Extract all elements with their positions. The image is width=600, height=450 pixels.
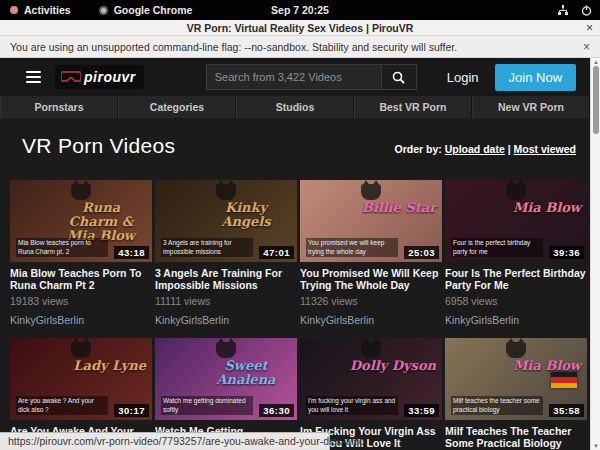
nav-item-studios[interactable]: Studios [236, 96, 354, 118]
screen: Activities Google Chrome Sep 7 20:25 VR … [0, 0, 600, 450]
order-upload-date-link[interactable]: Upload date [445, 143, 505, 155]
login-link[interactable]: Login [447, 70, 479, 85]
video-card[interactable]: Billie Star You promised we will keep tr… [300, 180, 442, 326]
main-nav: Pornstars Categories Studios Best VR Por… [0, 96, 590, 118]
video-grid: Runa Charm & Mia Blow Mia Blow teaches p… [10, 180, 587, 450]
video-card[interactable]: Mia Blow Milf teaches the teacher some p… [445, 338, 587, 450]
page-title: VR Porn Videos [22, 134, 175, 158]
thumbnail-caption: Are you awake ? And your dick also ? [16, 396, 108, 415]
nav-item-categories[interactable]: Categories [118, 96, 236, 118]
duration-badge: 43:18 [114, 246, 149, 259]
window-title-bar[interactable]: VR Porn: Virtual Reality Sex Videos | Pi… [0, 20, 600, 36]
search-input[interactable] [206, 64, 381, 90]
studio-cat-mask-icon [71, 342, 91, 358]
video-thumbnail[interactable]: Lady Lyne Are you awake ? And your dick … [10, 338, 152, 420]
video-thumbnail[interactable]: Runa Charm & Mia Blow Mia Blow teaches p… [10, 180, 152, 262]
video-title[interactable]: Four Is The Perfect Birthday Party For M… [445, 267, 587, 291]
video-thumbnail[interactable]: Mia Blow Milf teaches the teacher some p… [445, 338, 587, 420]
video-card[interactable]: Kinky Angels 3 Angels are training for i… [155, 180, 297, 326]
thumbnail-overlay-title: Runa Charm & Mia Blow [56, 201, 146, 242]
infobar-message: You are using an unsupported command-lin… [10, 41, 457, 53]
video-card[interactable]: Mia Blow Four is the perfect birthday pa… [445, 180, 587, 326]
page-scrollbar[interactable]: ▲ ▼ [590, 58, 600, 450]
german-flag-icon [551, 372, 577, 388]
studio-cat-mask-icon [506, 342, 526, 358]
video-thumbnail[interactable]: Dolly Dyson I'm fucking your virgin ass … [300, 338, 442, 420]
thumbnail-overlay-title: Mia Blow [513, 359, 581, 373]
order-by-controls: Order by: Upload date | Most viewed [395, 143, 577, 155]
site-logo-text: pirouvr [84, 69, 136, 85]
duration-badge: 25:03 [404, 246, 439, 259]
infobar-close-icon[interactable]: × [583, 40, 590, 54]
scrollbar-down-arrow-icon[interactable]: ▼ [591, 443, 600, 449]
system-clock[interactable]: Sep 7 20:25 [0, 4, 600, 16]
system-top-bar: Activities Google Chrome Sep 7 20:25 [0, 0, 600, 20]
duration-badge: 33:59 [404, 404, 439, 417]
duration-badge: 36:30 [259, 404, 294, 417]
studio-cat-mask-icon [361, 342, 381, 358]
studio-cat-mask-icon [71, 184, 91, 200]
search-button[interactable] [381, 64, 417, 90]
video-thumbnail[interactable]: Billie Star You promised we will keep tr… [300, 180, 442, 262]
scrollbar-up-arrow-icon[interactable]: ▲ [591, 59, 600, 65]
thumbnail-overlay-title: Mia Blow [513, 201, 581, 215]
view-count: 6958 views [445, 295, 587, 307]
window-close-icon[interactable]: × [586, 21, 593, 35]
thumbnail-caption: Four is the perfect birthday party for m… [451, 238, 543, 257]
order-separator: | [505, 143, 514, 155]
video-thumbnail[interactable]: Mia Blow Four is the perfect birthday pa… [445, 180, 587, 262]
video-card[interactable]: Runa Charm & Mia Blow Mia Blow teaches p… [10, 180, 152, 326]
studio-cat-mask-icon [216, 184, 236, 200]
studio-link[interactable]: KinkyGirlsBerlin [155, 314, 297, 326]
thumbnail-overlay-title: Dolly Dyson [350, 359, 436, 373]
video-title[interactable]: 3 Angels Are Training For Impossible Mis… [155, 267, 297, 291]
menu-hamburger-icon[interactable] [26, 71, 41, 83]
scrollbar-thumb[interactable] [593, 66, 599, 134]
video-thumbnail[interactable]: Kinky Angels 3 Angels are training for i… [155, 180, 297, 262]
power-icon[interactable] [581, 5, 592, 16]
studio-cat-mask-icon [361, 184, 381, 200]
nav-item-best-vr-porn[interactable]: Best VR Porn [354, 96, 472, 118]
thumbnail-overlay-title: Sweet Analena [201, 359, 291, 386]
duration-badge: 47:01 [259, 246, 294, 259]
duration-badge: 30:17 [114, 404, 149, 417]
duration-badge: 35:58 [549, 404, 584, 417]
main-content: VR Porn Videos Order by: Upload date | M… [0, 118, 590, 450]
thumbnail-caption: Mia Blow teaches porn to Runa Charm pt. … [16, 238, 108, 257]
vr-goggles-icon [61, 71, 81, 84]
network-tree-icon[interactable] [557, 5, 569, 16]
thumbnail-caption: You promised we will keep trying the who… [306, 238, 398, 257]
thumbnail-caption: Watch me getting dominated softly [161, 396, 253, 415]
video-title[interactable]: Mia Blow Teaches Porn To Runa Charm Pt 2 [10, 267, 152, 291]
duration-badge: 39:36 [549, 246, 584, 259]
status-url-bubble: https://pirouvr.com/vr-porn-video/779325… [0, 432, 330, 450]
thumbnail-caption: Milf teaches the teacher some practical … [451, 396, 543, 415]
view-count: 19183 views [10, 295, 152, 307]
thumbnail-overlay-title: Billie Star [362, 201, 436, 215]
video-title[interactable]: You Promised We Will Keep Trying The Who… [300, 267, 442, 291]
thumbnail-caption: I'm fucking your virgin ass and you will… [306, 396, 398, 415]
thumbnail-overlay-title: Kinky Angels [201, 201, 291, 228]
studio-link[interactable]: KinkyGirlsBerlin [300, 314, 442, 326]
video-thumbnail[interactable]: Sweet Analena Watch me getting dominated… [155, 338, 297, 420]
order-most-viewed-link[interactable]: Most viewed [514, 143, 576, 155]
studio-link[interactable]: KinkyGirlsBerlin [445, 314, 587, 326]
thumbnail-caption: 3 Angels are training for impossible mis… [161, 238, 253, 257]
studio-cat-mask-icon [506, 184, 526, 200]
thumbnail-overlay-title: Lady Lyne [73, 359, 146, 373]
studio-link[interactable]: KinkyGirlsBerlin [10, 314, 152, 326]
search-icon [392, 71, 405, 84]
chrome-infobar: You are using an unsupported command-lin… [0, 36, 600, 58]
video-title[interactable]: Milf Teaches The Teacher Some Practical … [445, 425, 587, 449]
nav-item-pornstars[interactable]: Pornstars [0, 96, 118, 118]
view-count: 11326 views [300, 295, 442, 307]
window-title: VR Porn: Virtual Reality Sex Videos | Pi… [187, 22, 414, 34]
order-by-label: Order by: [395, 143, 442, 155]
site-logo[interactable]: pirouvr [55, 65, 144, 89]
view-count: 11111 views [155, 295, 297, 307]
nav-item-new-vr-porn[interactable]: New VR Porn [472, 96, 590, 118]
join-now-button[interactable]: Join Now [495, 64, 576, 91]
site-header: pirouvr Login Join Now [0, 58, 590, 96]
studio-cat-mask-icon [216, 342, 236, 358]
